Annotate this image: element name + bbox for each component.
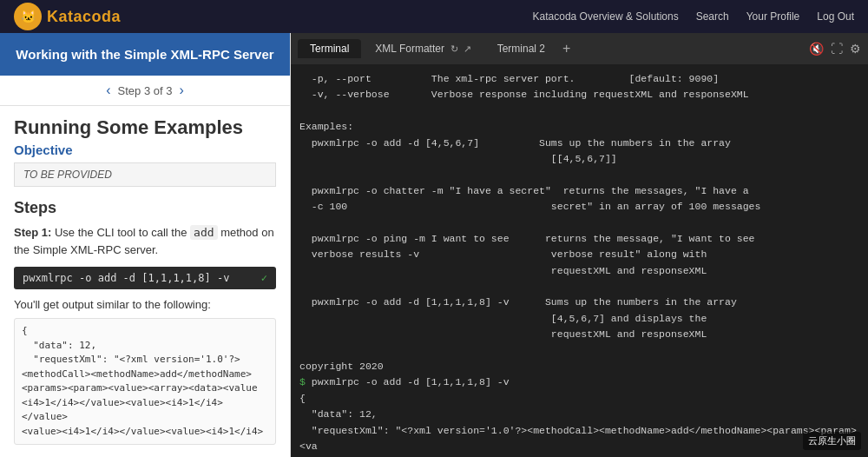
left-header: Working with the Simple XML-RPC Server <box>0 33 290 76</box>
command-box[interactable]: pwxmlrpc -o add -d [1,1,1,1,8] -v ✓ <box>14 267 276 289</box>
external-link-icon[interactable]: ↗ <box>464 43 471 54</box>
refresh-icon[interactable]: ↻ <box>450 43 458 54</box>
output-label: You'll get output similar to the followi… <box>14 298 276 311</box>
tab-terminal[interactable]: Terminal <box>298 39 361 58</box>
terminal-tabs: Terminal XML Formatter ↻ ↗ Terminal 2 + … <box>291 33 868 64</box>
next-step-button[interactable]: › <box>179 83 183 98</box>
tab-xml-formatter[interactable]: XML Formatter ↻ ↗ <box>363 39 483 58</box>
objective-label: Objective <box>14 142 276 157</box>
left-content: Running Some Examples Objective TO BE PR… <box>0 106 290 457</box>
step-indicator: Step 3 of 3 <box>118 84 173 97</box>
top-nav: 🐱 Katacoda Katacoda Overview & Solutions… <box>0 0 868 33</box>
objective-box: TO BE PROVIDED <box>14 162 276 187</box>
settings-icon[interactable]: ⚙ <box>850 42 861 56</box>
step1-keyword: add <box>190 225 217 240</box>
tab-terminal-2[interactable]: Terminal 2 <box>485 39 557 58</box>
add-tab-button[interactable]: + <box>562 41 570 56</box>
logo-text: Katacoda <box>47 8 121 26</box>
terminal-body[interactable]: -p, --port The xml-rpc server port. [def… <box>291 64 868 457</box>
right-panel: Terminal XML Formatter ↻ ↗ Terminal 2 + … <box>291 33 868 457</box>
mute-icon[interactable]: 🔇 <box>809 42 824 56</box>
nav-overview[interactable]: Katacoda Overview & Solutions <box>533 10 679 23</box>
section-title: Running Some Examples <box>14 116 276 139</box>
nav-links: Katacoda Overview & Solutions Search You… <box>533 10 854 23</box>
step-nav: ‹ Step 3 of 3 › <box>0 76 290 106</box>
logo-area: 🐱 Katacoda <box>14 3 121 30</box>
nav-logout[interactable]: Log Out <box>817 10 854 23</box>
nav-search[interactable]: Search <box>696 10 729 23</box>
step1-label: Step 1: <box>14 226 51 239</box>
terminal-controls: 🔇 ⛶ ⚙ <box>809 42 861 56</box>
prev-step-button[interactable]: ‹ <box>106 83 110 98</box>
steps-header: Steps <box>14 199 276 217</box>
code-output: { "data": 12, "requestXml": "<?xml versi… <box>14 318 276 445</box>
left-panel: Working with the Simple XML-RPC Server ‹… <box>0 33 291 457</box>
checkmark-icon: ✓ <box>261 272 267 284</box>
step1-text: Step 1: Use the CLI tool to call the add… <box>14 224 276 258</box>
expand-icon[interactable]: ⛶ <box>831 42 843 56</box>
command-text: pwxmlrpc -o add -d [1,1,1,1,8] -v <box>23 272 229 284</box>
logo-icon: 🐱 <box>14 3 42 30</box>
nav-profile[interactable]: Your Profile <box>746 10 800 23</box>
main-wrapper: Working with the Simple XML-RPC Server ‹… <box>0 33 868 457</box>
watermark: 云原生小圈 <box>803 432 861 450</box>
